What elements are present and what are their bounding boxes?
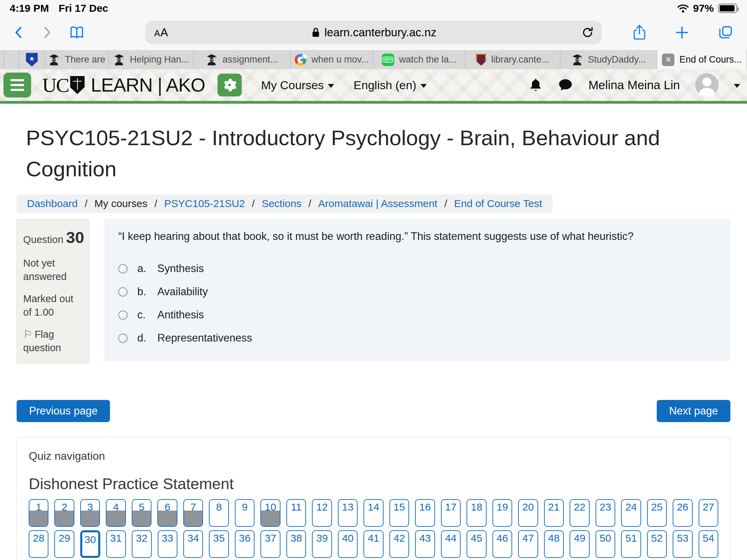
quiz-nav-question-13[interactable]: 13 (338, 499, 358, 527)
language-menu[interactable]: English (en) (353, 78, 426, 92)
quiz-nav-question-5[interactable]: 5 (132, 499, 151, 527)
quiz-nav-question-28[interactable]: 28 (29, 530, 48, 558)
previous-page-button[interactable]: Previous page (17, 400, 110, 422)
quiz-nav-question-46[interactable]: 46 (492, 530, 512, 558)
menu-button[interactable] (3, 73, 31, 97)
quiz-nav-question-32[interactable]: 32 (132, 530, 151, 558)
quiz-nav-question-38[interactable]: 38 (286, 530, 306, 558)
share-icon[interactable] (632, 24, 647, 41)
quiz-nav-question-41[interactable]: 41 (363, 530, 383, 558)
quiz-nav-question-22[interactable]: 22 (570, 499, 589, 527)
avatar[interactable] (695, 73, 719, 97)
quiz-nav-question-42[interactable]: 42 (389, 530, 409, 558)
quiz-nav-question-45[interactable]: 45 (467, 530, 486, 558)
quiz-nav-question-47[interactable]: 47 (518, 530, 538, 558)
quiz-nav-question-35[interactable]: 35 (209, 530, 229, 558)
user-name[interactable]: Melina Meina Lin (588, 78, 680, 92)
browser-tab-partial[interactable] (0, 50, 4, 69)
browser-tab[interactable]: library.cante... (465, 50, 560, 69)
breadcrumb-item[interactable]: Aromatawai | Assessment (318, 198, 437, 209)
address-bar[interactable]: AA learn.canterbury.ac.nz (145, 21, 602, 44)
flag-question-link[interactable]: ⚐Flag question (23, 327, 83, 355)
back-button[interactable] (12, 26, 25, 39)
quiz-nav-question-1[interactable]: 1 (29, 499, 48, 527)
quiz-nav-question-44[interactable]: 44 (441, 530, 461, 558)
answer-option[interactable]: d.Representativeness (118, 327, 717, 350)
reload-button[interactable] (581, 26, 594, 39)
messages-icon[interactable] (558, 78, 573, 92)
tabs-overview-icon[interactable] (718, 25, 733, 40)
browser-tab[interactable]: StudyDaddy... (560, 50, 657, 69)
breadcrumb-item[interactable]: PSYC105-21SU2 (164, 198, 245, 209)
browser-tab[interactable]: There are (45, 50, 109, 69)
quiz-nav-question-33[interactable]: 33 (158, 530, 177, 558)
quiz-nav-question-54[interactable]: 54 (699, 530, 718, 558)
quiz-nav-question-36[interactable]: 36 (235, 530, 255, 558)
quiz-nav-question-4[interactable]: 4 (106, 499, 126, 527)
breadcrumb-item[interactable]: End of Course Test (454, 198, 542, 209)
quiz-nav-question-3[interactable]: 3 (80, 499, 100, 527)
next-page-button[interactable]: Next page (657, 400, 730, 422)
notifications-bell-icon[interactable] (529, 77, 543, 93)
my-courses-menu[interactable]: My Courses (261, 78, 334, 92)
quiz-nav-question-50[interactable]: 50 (596, 530, 615, 558)
browser-tab[interactable] (19, 50, 45, 69)
quiz-nav-question-34[interactable]: 34 (183, 530, 203, 558)
quiz-nav-question-18[interactable]: 18 (467, 499, 486, 527)
answer-option[interactable]: c.Antithesis (118, 304, 717, 327)
reader-view-button[interactable]: AA (154, 26, 168, 39)
quiz-nav-question-20[interactable]: 20 (518, 499, 538, 527)
radio-button[interactable] (118, 310, 128, 320)
browser-tab[interactable]: assignment... (194, 50, 290, 69)
quiz-nav-question-10[interactable]: 10 (260, 499, 280, 527)
quiz-nav-question-48[interactable]: 48 (544, 530, 564, 558)
close-tab-icon[interactable]: ✕ (662, 54, 674, 66)
quiz-nav-question-40[interactable]: 40 (338, 530, 358, 558)
radio-button[interactable] (118, 287, 128, 297)
new-tab-icon[interactable] (675, 26, 689, 39)
quiz-nav-question-7[interactable]: 7 (183, 499, 203, 527)
answer-option[interactable]: a.Synthesis (118, 257, 717, 280)
quiz-nav-question-51[interactable]: 51 (621, 530, 641, 558)
browser-tab[interactable]: Helping Han... (109, 50, 194, 69)
quiz-nav-question-17[interactable]: 17 (441, 499, 461, 527)
quiz-nav-question-2[interactable]: 2 (54, 499, 74, 527)
radio-button[interactable] (118, 334, 128, 343)
forward-button[interactable] (41, 26, 53, 39)
quiz-nav-question-53[interactable]: 53 (673, 530, 692, 558)
quiz-nav-question-12[interactable]: 12 (312, 499, 332, 527)
quiz-nav-question-21[interactable]: 21 (544, 499, 564, 527)
quiz-nav-question-49[interactable]: 49 (570, 530, 589, 558)
quiz-nav-question-27[interactable]: 27 (699, 499, 718, 527)
quiz-nav-question-16[interactable]: 16 (415, 499, 435, 527)
quiz-nav-question-43[interactable]: 43 (415, 530, 435, 558)
quiz-nav-question-19[interactable]: 19 (492, 499, 512, 527)
quiz-nav-question-37[interactable]: 37 (260, 530, 280, 558)
quiz-nav-question-31[interactable]: 31 (106, 530, 126, 558)
answer-option[interactable]: b.Availability (118, 280, 717, 304)
breadcrumb-item[interactable]: Dashboard (27, 198, 78, 209)
quiz-nav-question-6[interactable]: 6 (157, 499, 177, 527)
uc-logo[interactable]: UC (42, 74, 85, 97)
browser-tab[interactable]: iQIYIwatch the la... (374, 50, 465, 69)
quiz-nav-question-39[interactable]: 39 (312, 530, 332, 558)
quiz-nav-question-15[interactable]: 15 (389, 499, 409, 527)
browser-tab[interactable]: ✕End of Cours... (657, 50, 747, 69)
bookmarks-icon[interactable] (69, 25, 84, 40)
quiz-nav-question-26[interactable]: 26 (673, 499, 692, 527)
radio-button[interactable] (118, 264, 128, 273)
quiz-nav-question-25[interactable]: 25 (647, 499, 667, 527)
settings-gears-button[interactable] (218, 74, 242, 96)
breadcrumb-item[interactable]: Sections (262, 198, 302, 209)
user-menu-chevron-icon[interactable] (734, 84, 740, 88)
quiz-nav-question-9[interactable]: 9 (235, 499, 255, 527)
browser-tab-partial[interactable] (4, 50, 19, 69)
quiz-nav-question-8[interactable]: 8 (209, 499, 229, 527)
quiz-nav-question-52[interactable]: 52 (647, 530, 667, 558)
quiz-nav-question-30[interactable]: 30 (80, 530, 100, 558)
quiz-nav-question-23[interactable]: 23 (596, 499, 615, 527)
quiz-nav-question-11[interactable]: 11 (286, 499, 306, 527)
quiz-nav-question-14[interactable]: 14 (363, 499, 383, 527)
browser-tab[interactable]: when u mov... (290, 50, 374, 69)
quiz-nav-question-24[interactable]: 24 (621, 499, 641, 527)
